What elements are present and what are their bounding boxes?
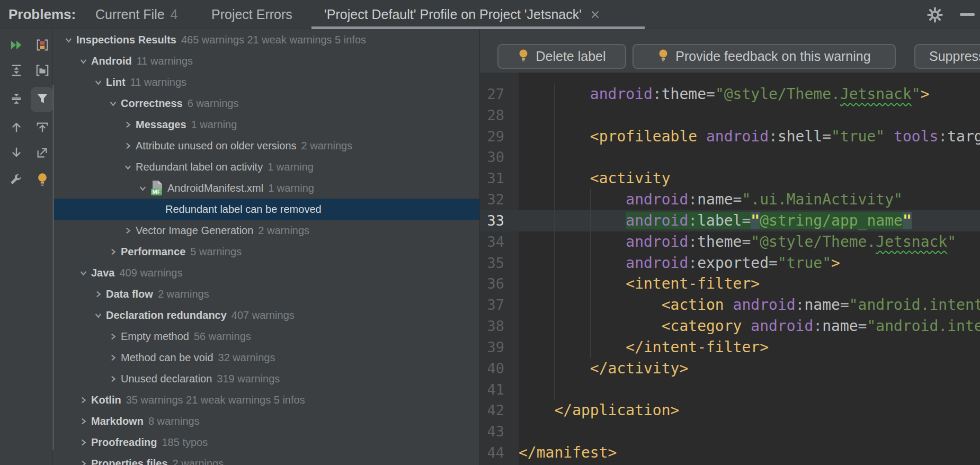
code-token: android [626,212,688,229]
tree-row-count: 11 warnings [130,76,186,88]
tree-row[interactable]: Vector Image Generation2 warnings [52,220,479,241]
chevron-right-icon[interactable] [75,396,91,404]
code-line-36[interactable]: <intent-filter> [519,273,980,294]
expand-all-button[interactable] [9,64,24,79]
filter-icon [35,92,49,108]
suppress-button[interactable]: Suppress [914,44,980,69]
chevron-down-icon[interactable] [75,57,91,65]
tree-row[interactable]: Performance5 warnings [52,241,479,262]
chevron-down-icon[interactable] [90,78,106,86]
chevron-down-icon[interactable] [120,163,136,171]
filter-button[interactable] [35,92,50,107]
code-line-42[interactable]: </application> [519,400,980,421]
gear-icon[interactable] [927,7,943,23]
code-token: = [742,212,751,229]
chevron-right-icon[interactable] [75,460,91,465]
chevron-right-icon[interactable] [105,248,121,256]
line-number: 38 [480,316,519,337]
tree-row[interactable]: Method can be void32 warnings [52,347,479,368]
code-line-39[interactable]: </intent-filter> [519,337,980,358]
tab-inspection-profile[interactable]: 'Project Default' Profile on Project 'Je… [324,0,599,29]
code-line-27[interactable]: android:theme="@style/Theme.Jetsnack"> [519,84,980,105]
quick-fix-bulb-button[interactable] [35,173,50,187]
tree-row[interactable]: Redundant label can be removed [52,199,479,220]
tree-row[interactable]: Properties files2 warnings [52,453,479,465]
code-token: <category [662,317,742,335]
code-line-40[interactable]: </activity> [519,358,980,379]
tree-row[interactable]: Attribute unused on older versions2 warn… [52,135,479,156]
code-editor[interactable]: 272829303132333435363738394041424344 and… [480,73,980,465]
inspection-settings-wrench-button[interactable] [9,173,24,187]
code-line-32[interactable]: android:name=".ui.MainActivity" [519,189,980,210]
tree-row[interactable]: Proofreading185 typos [52,432,479,453]
tree-row[interactable]: Inspections Results465 warnings 21 weak … [52,29,479,50]
chevron-down-icon[interactable] [60,36,76,44]
tab-current-file[interactable]: Current File 4 [95,0,178,29]
rerun-inspection-button[interactable] [9,39,24,53]
code-line-29[interactable]: <profileable android:shell="true" tools:… [519,126,980,147]
open-in-new-window-button[interactable] [35,146,50,161]
chevron-right-icon[interactable] [120,121,136,129]
tree-row[interactable]: Empty method56 warnings [52,326,479,347]
chevron-right-icon[interactable] [120,142,136,150]
chevron-down-icon[interactable] [75,269,91,277]
tree-row-label: Kotlin [91,394,121,406]
code-line-33[interactable]: android:label="@string/app_name" [519,210,980,231]
line-number: 29 [480,126,519,147]
chevron-right-icon[interactable] [105,375,121,383]
chevron-right-icon[interactable] [105,354,121,362]
chevron-right-icon[interactable] [90,290,106,298]
code-line-43[interactable] [519,421,980,442]
minimize-icon[interactable] [960,13,975,16]
code-line-28[interactable] [519,105,980,126]
tree-row[interactable]: Kotlin35 warnings 21 weak warnings 5 inf… [52,389,479,410]
previous-problem-button[interactable] [9,121,24,136]
code-line-31[interactable]: <activity [519,168,980,189]
tab-count-badge: 4 [171,7,178,22]
chevron-down-icon[interactable] [135,184,150,192]
provide-feedback-button[interactable]: Provide feedback on this warning [632,44,896,69]
code-line-34[interactable]: android:theme="@style/Theme.Jetsnack" [519,231,980,253]
code-line-35[interactable]: android:exported="true"> [519,253,980,274]
chevron-right-icon[interactable] [120,227,136,235]
delete-label-button[interactable]: Delete label [497,44,626,69]
tree-row[interactable]: Correctness6 warnings [52,93,479,114]
code-line-37[interactable]: <action android:name="android.intent.a [519,294,980,316]
chevron-down-icon[interactable] [105,100,121,108]
group-by-directory-button[interactable] [35,64,50,79]
tree-row-label: Markdown [91,415,144,427]
code-line-38[interactable]: <category android:name="android.intent [519,316,980,337]
tree-row[interactable]: Redundant label on activity1 warning [52,156,479,177]
chevron-right-icon[interactable] [75,439,91,446]
export-results-button[interactable] [35,121,50,136]
tree-row[interactable]: Unused declaration319 warnings [52,368,479,389]
tree-row[interactable]: Data flow2 warnings [52,283,479,305]
severity-filter-button[interactable] [35,39,50,53]
tree-row[interactable]: Android11 warnings [52,50,479,71]
tree-row-label: Performance [121,246,185,258]
tree-row[interactable]: Declaration redundancy407 warnings [52,305,479,326]
code-token: name [822,317,858,335]
tree-row[interactable]: MFAndroidManifest.xml1 warning [52,177,479,199]
tree-row[interactable]: Java409 warnings [52,262,479,283]
code-line-30[interactable] [519,147,980,168]
tree-row-count: 1 warning [191,119,237,131]
chevron-right-icon[interactable] [75,417,91,425]
tree-row[interactable]: Markdown8 warnings [52,410,479,432]
editor-preview-panel: Delete label Provide feedback on this wa… [479,29,980,465]
tree-row[interactable]: Lint11 warnings [52,71,479,93]
tree-row[interactable]: Messages1 warning [52,114,479,135]
code-token [742,317,751,335]
close-icon[interactable] [591,11,599,19]
next-problem-button[interactable] [9,146,24,161]
code-line-41[interactable] [519,379,980,400]
chevron-right-icon[interactable] [105,333,121,341]
tree-row-label: Messages [136,119,186,131]
tree-row-label: Vector Image Generation [136,225,253,237]
tab-project-errors[interactable]: Project Errors [211,0,292,29]
chevron-down-icon[interactable] [90,311,106,319]
tree-scrollbar[interactable] [52,85,54,450]
code-line-44[interactable]: </manifest> [519,442,980,463]
collapse-all-button[interactable] [9,92,24,107]
code-token: : [938,128,947,145]
